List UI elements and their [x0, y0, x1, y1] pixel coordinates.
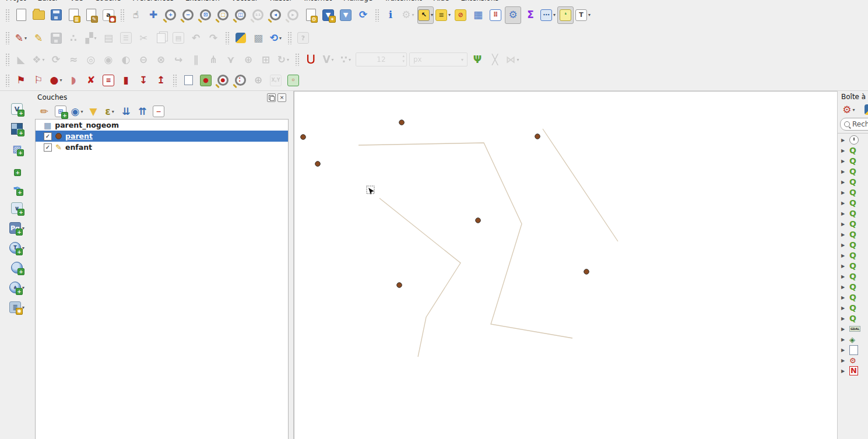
toolbox-group-qgis[interactable]: ▶Q	[838, 271, 868, 282]
menu-aide[interactable]: Aide	[434, 0, 449, 2]
rotate-point-symbols-dropdown[interactable]: ▾	[287, 57, 289, 62]
delete-part-button[interactable]: ⊗	[153, 51, 169, 68]
menu-traitement[interactable]: Traitement	[384, 0, 422, 2]
map-canvas[interactable]	[294, 91, 837, 439]
zoom-out-button[interactable]: −	[180, 6, 196, 24]
menu-extensions[interactable]: Extensions	[461, 0, 498, 2]
expand-arrow-icon[interactable]: ▶	[841, 285, 845, 290]
toolbox-group-qgis[interactable]: ▶Q	[838, 313, 868, 324]
select-by-form-button[interactable]: ≡▾	[435, 6, 451, 24]
add-delimited-text-layer-button[interactable]: ,+	[9, 160, 25, 177]
modify-attributes-button[interactable]: ▤	[100, 29, 117, 47]
save-project-button[interactable]	[48, 6, 64, 24]
add-raster-layer-button[interactable]: +	[9, 120, 25, 138]
run-feature-action-button[interactable]: ⚙▾	[400, 6, 416, 24]
open-project-button[interactable]	[30, 6, 47, 24]
expand-arrow-icon[interactable]: ▶	[841, 180, 845, 185]
copy-point-features-button[interactable]	[180, 72, 196, 89]
topological-editing-button[interactable]: Ψ	[469, 51, 486, 68]
toolbox-group-grass[interactable]: ▶◈	[838, 334, 868, 345]
map-preview-pin-button[interactable]: ●	[198, 72, 214, 89]
toolbox-group-gdal[interactable]: ▶GDAL	[838, 324, 868, 334]
help-contents-button[interactable]: ?	[295, 29, 311, 47]
toolbox-group-saga[interactable]: ▶N	[838, 366, 868, 376]
add-wfs-layer-button[interactable]: ⋔+▾	[9, 279, 25, 296]
toolbox-group-qgis[interactable]: ▶Q	[838, 282, 868, 292]
add-hana-layer-button[interactable]: ≣✱▾	[9, 298, 25, 316]
expand-arrow-icon[interactable]: ▶	[841, 138, 845, 143]
menu-couche[interactable]: Couche	[94, 0, 121, 2]
menu-extension[interactable]: Extension	[185, 0, 220, 2]
copy-features-button[interactable]	[153, 29, 169, 47]
select-by-form-dropdown[interactable]: ▾	[448, 12, 451, 17]
remove-layer-button[interactable]: −	[151, 104, 166, 119]
text-annotation-button[interactable]: T▾	[575, 6, 591, 24]
processing-python-button[interactable]	[862, 101, 868, 118]
zoom-to-layer-button[interactable]: ◫	[233, 6, 249, 24]
layer-row-parent-nogeom[interactable]: ▦ parent_nogeom	[36, 120, 288, 131]
split-features-button[interactable]: ⋔	[205, 51, 222, 68]
vertex-tool-button[interactable]: ▞▾	[83, 29, 99, 47]
zoom-full-button[interactable]: ⊡	[198, 6, 214, 24]
toolbox-group-scripts[interactable]: ▶	[838, 345, 868, 355]
snapping-tolerance-button[interactable]: 12▴▾	[355, 51, 407, 68]
expand-arrow-icon[interactable]: ▶	[841, 201, 845, 206]
highlight-pinned-labels-button[interactable]: ⚐	[30, 72, 47, 89]
filter-legend-button[interactable]: ▼	[86, 104, 101, 119]
menu-maillage[interactable]: Maillage	[343, 0, 372, 2]
new-print-layout-button[interactable]: ≣	[65, 6, 82, 24]
processing-options-button[interactable]: ⚙▾	[841, 101, 857, 118]
toolbox-group-clock[interactable]: ▶	[838, 135, 868, 145]
split-parts-button[interactable]: ⋎	[223, 51, 239, 68]
filter-by-expression-button[interactable]: ε▾	[102, 104, 117, 119]
zoom-last-button[interactable]: ◂	[268, 6, 284, 24]
refresh-plugin-button[interactable]: ⟲▾	[268, 29, 284, 47]
self-snapping-dropdown[interactable]: ▾	[349, 57, 351, 62]
refresh-plugin-dropdown[interactable]: ▾	[279, 36, 282, 41]
move-label-dropdown[interactable]: ▾	[59, 78, 62, 83]
expand-arrow-icon[interactable]: ▶	[841, 368, 845, 374]
delete-ring-button[interactable]: ⊖	[135, 51, 152, 68]
open-layer-styling-button[interactable]: ✏	[37, 104, 52, 119]
menu-raster[interactable]: Raster	[270, 0, 293, 2]
vertex-tool-dropdown[interactable]: ▾	[94, 36, 97, 41]
cad-tools-button[interactable]: ◣	[13, 51, 29, 68]
zoom-native-button[interactable]: 1:1	[250, 6, 266, 24]
plugin-tool-button[interactable]: ▩	[250, 29, 266, 47]
toolbox-group-qgis[interactable]: ▶Q	[838, 187, 868, 198]
layer-row-enfant[interactable]: ✓ ✎ enfant	[36, 142, 288, 153]
toolbox-group-qgis[interactable]: ▶Q	[838, 145, 868, 156]
expand-arrow-icon[interactable]: ▶	[841, 232, 845, 237]
manage-map-themes-dropdown[interactable]: ▾	[80, 109, 83, 114]
add-record-button[interactable]: ∴	[65, 29, 82, 47]
expand-all-button[interactable]: ⇊	[118, 104, 133, 119]
expand-arrow-icon[interactable]: ▶	[841, 169, 845, 174]
measure-dropdown[interactable]: ▾	[553, 12, 556, 17]
show-bookmarks-button[interactable]: ▼	[338, 6, 354, 24]
toolbox-group-qgis[interactable]: ▶Q	[838, 156, 868, 166]
processing-options-dropdown[interactable]: ▾	[853, 107, 855, 113]
layer-checkbox[interactable]: ✓	[44, 132, 52, 141]
run-feature-action-dropdown[interactable]: ▾	[412, 12, 414, 17]
expand-arrow-icon[interactable]: ▶	[841, 326, 845, 332]
expand-arrow-icon[interactable]: ▶	[841, 274, 845, 279]
undo-button[interactable]: ↶	[188, 29, 204, 47]
snapping-type-button[interactable]: V▾	[320, 51, 336, 68]
toolbox-group-qgis[interactable]: ▶Q	[838, 261, 868, 271]
toolbox-search[interactable]: Rechercher…	[840, 118, 868, 131]
expand-arrow-icon[interactable]: ▶	[841, 316, 845, 321]
cut-features-button[interactable]: ✂	[135, 29, 152, 47]
zoom-next-button[interactable]: ▸	[285, 6, 301, 24]
save-layer-edits-button[interactable]	[48, 29, 64, 47]
deselect-all-button[interactable]: ⊘	[452, 6, 469, 24]
zoom-to-points-button[interactable]: ●	[215, 72, 231, 89]
zoom-to-selection-button[interactable]: □	[215, 6, 231, 24]
paste-features-button[interactable]: ▤	[170, 29, 187, 47]
current-edits-button[interactable]: ✎▾	[13, 29, 29, 47]
merge-attributes-button[interactable]: ⊞	[258, 51, 274, 68]
zoom-in-button[interactable]: +	[163, 6, 179, 24]
expand-arrow-icon[interactable]: ▶	[841, 243, 845, 248]
expand-arrow-icon[interactable]: ▶	[841, 222, 845, 227]
delete-labels-button[interactable]: ✘	[83, 72, 99, 89]
move-label-button[interactable]: ●▾	[48, 72, 64, 89]
